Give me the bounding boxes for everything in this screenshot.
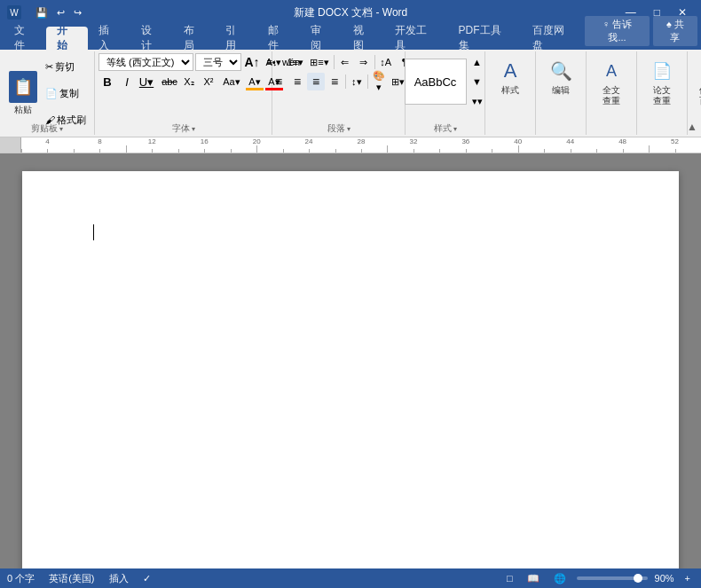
fulltext-label: 全文查重 — [603, 85, 620, 106]
tab-design[interactable]: 设计 — [130, 27, 173, 50]
styles-scroll: ▲ ▼ ▾▾ — [469, 53, 486, 110]
ruler-mark: 44 — [566, 137, 574, 145]
tell-me-btn[interactable]: ♀ 告诉我... — [585, 16, 649, 46]
styles-scroll-down[interactable]: ▼ — [469, 73, 486, 90]
font-expand-icon[interactable]: ▾ — [192, 125, 195, 133]
subscript-btn[interactable]: X₂ — [180, 73, 198, 90]
fulltext-icon: A — [597, 57, 626, 85]
highlight-btn[interactable]: A▾ — [246, 73, 264, 90]
numbering-btn[interactable]: 1≡▾ — [285, 53, 307, 71]
styles-expand-icon[interactable]: ▾ — [453, 125, 457, 133]
print-layout-btn[interactable]: □ — [503, 572, 516, 584]
ruler-mark: 8 — [98, 137, 101, 145]
font-size-select[interactable]: 三号 初号 小初 一号 二号 小二 三号 — [195, 53, 241, 71]
justify-btn[interactable]: ≡ — [326, 73, 343, 90]
tab-developer[interactable]: 开发工具 — [384, 27, 447, 50]
paper-label: 论文查重 — [653, 85, 671, 106]
sort-btn[interactable]: ↕A — [377, 53, 395, 71]
bold-btn[interactable]: B — [98, 73, 116, 90]
para-sep1 — [334, 55, 335, 69]
bullets-btn[interactable]: ≡•▾ — [264, 53, 283, 71]
tab-insert[interactable]: 插入 — [88, 27, 130, 50]
tab-home[interactable]: 开始 — [46, 27, 89, 50]
ruler-mark: 48 — [618, 137, 626, 145]
font-name-select[interactable]: 等线 (西文正文) — [98, 53, 193, 71]
italic-btn[interactable]: I — [118, 73, 136, 90]
para-sep4 — [367, 74, 368, 89]
align-right-btn[interactable]: ≡ — [307, 73, 325, 90]
align-left-btn[interactable]: ≡ — [270, 73, 287, 90]
tab-mailings[interactable]: 邮件 — [257, 27, 300, 50]
paste-button[interactable]: 📋 粘贴 — [5, 69, 41, 118]
status-right: □ 📖 🌐 90% + — [503, 572, 694, 585]
text-cursor — [93, 224, 94, 240]
right-groups: A 样式 🔍 编辑 A 全文查重 📄 论文查重 — [485, 51, 701, 135]
document-page[interactable] — [22, 171, 679, 568]
paragraph-group: ≡•▾ 1≡▾ ⊞≡▾ ⇐ ⇒ ↕A ¶ ≡ ≡ ≡ ≡ ↕▾ 🎨▾ ⊞▾ 段落… — [272, 51, 406, 135]
web-layout-btn[interactable]: 🌐 — [550, 572, 570, 585]
title-bar-left: W 💾 ↩ ↪ — [7, 5, 85, 20]
styles-expand[interactable]: ▾▾ — [469, 92, 486, 110]
tab-references[interactable]: 引用 — [215, 27, 257, 50]
align-center-btn[interactable]: ≡ — [288, 73, 306, 90]
style-pane-label: 样式 — [501, 85, 519, 96]
line-spacing-btn[interactable]: ↕▾ — [348, 73, 366, 90]
case-btn[interactable]: Aa▾ — [223, 73, 240, 90]
zoom-slider[interactable] — [577, 576, 648, 580]
shading-btn[interactable]: 🎨▾ — [370, 73, 389, 90]
tab-view[interactable]: 视图 — [343, 27, 385, 50]
paragraph-label: 段落 ▾ — [272, 122, 405, 135]
tab-pdf[interactable]: PDF工具集 — [448, 27, 522, 50]
ruler-mark: 16 — [201, 137, 209, 145]
styles-scroll-up[interactable]: ▲ — [469, 53, 486, 71]
save-quick-btn[interactable]: 💾 — [32, 5, 51, 20]
clipboard-expand-icon[interactable]: ▾ — [59, 125, 63, 133]
paste-label: 粘贴 — [14, 104, 32, 116]
outline-btn[interactable]: ⊞≡▾ — [307, 53, 331, 71]
clipboard-group: 📋 粘贴 ✂ 剪切 📄 复制 🖌 格式刷 剪贴板 ▾ — [0, 51, 95, 135]
quick-access-toolbar: 💾 ↩ ↪ — [32, 5, 85, 20]
font-label: 字体 ▾ — [95, 122, 272, 135]
style-pane-btn[interactable]: A 样式 — [489, 53, 532, 99]
underline-btn[interactable]: U▾ — [138, 73, 155, 90]
tab-review[interactable]: 审阅 — [300, 27, 343, 50]
ruler-scale[interactable]: 481216202428323640444852 — [21, 137, 701, 153]
tab-layout[interactable]: 布局 — [173, 27, 216, 50]
language[interactable]: 英语(美国) — [49, 572, 94, 585]
ruler-mark: 40 — [514, 137, 522, 145]
paragraph-expand-icon[interactable]: ▾ — [347, 125, 350, 133]
style-pane-icon: A — [496, 57, 524, 85]
decrease-indent-btn[interactable]: ⇐ — [336, 53, 354, 71]
document-area[interactable] — [0, 153, 701, 568]
font-grow-btn[interactable]: A↑ — [243, 53, 261, 71]
read-mode-btn[interactable]: 📖 — [524, 572, 543, 585]
increase-indent-btn[interactable]: ⇒ — [355, 53, 373, 71]
proof-icon: ✓ — [143, 573, 151, 584]
ruler-mark: 28 — [358, 137, 366, 145]
strikethrough-btn[interactable]: abc — [161, 73, 178, 90]
baidu-save-btn[interactable]: ☁ 保存到百度网盘 — [691, 53, 701, 121]
style-pane-group: A 样式 — [485, 51, 536, 135]
styles-group: AaBbCc ▲ ▼ ▾▾ 样式 ▾ — [406, 51, 485, 135]
tab-baidu[interactable]: 百度网盘 — [522, 27, 585, 50]
edit-btn[interactable]: 🔍 编辑 — [540, 53, 582, 99]
zoom-in-btn[interactable]: + — [681, 572, 694, 584]
paper-btn[interactable]: 📄 论文查重 — [641, 53, 683, 110]
paper-group: 📄 论文查重 — [637, 51, 688, 135]
redo-quick-btn[interactable]: ↪ — [70, 5, 85, 20]
insert-mode[interactable]: 插入 — [109, 572, 129, 585]
cut-button[interactable]: ✂ 剪切 — [43, 59, 89, 74]
tab-file[interactable]: 文件 — [4, 27, 46, 50]
window-title: 新建 DOCX 文档 - Word — [294, 5, 407, 20]
font-group: 等线 (西文正文) 三号 初号 小初 一号 二号 小二 三号 A↑ A↓ wén… — [95, 51, 272, 135]
ribbon-right-actions: ♀ 告诉我... ♠ 共享 — [585, 16, 697, 50]
ruler-mark: 52 — [671, 137, 679, 145]
fulltext-btn[interactable]: A 全文查重 — [590, 53, 633, 110]
para-row1: ≡•▾ 1≡▾ ⊞≡▾ ⇐ ⇒ ↕A ¶ — [264, 53, 413, 71]
copy-button[interactable]: 📄 复制 — [43, 86, 89, 101]
undo-quick-btn[interactable]: ↩ — [53, 5, 68, 20]
ribbon-collapse-btn[interactable]: ▲ — [685, 119, 699, 135]
styles-gallery[interactable]: AaBbCc — [405, 59, 467, 105]
share-btn[interactable]: ♠ 共享 — [653, 16, 697, 46]
superscript-btn[interactable]: X² — [200, 73, 217, 90]
